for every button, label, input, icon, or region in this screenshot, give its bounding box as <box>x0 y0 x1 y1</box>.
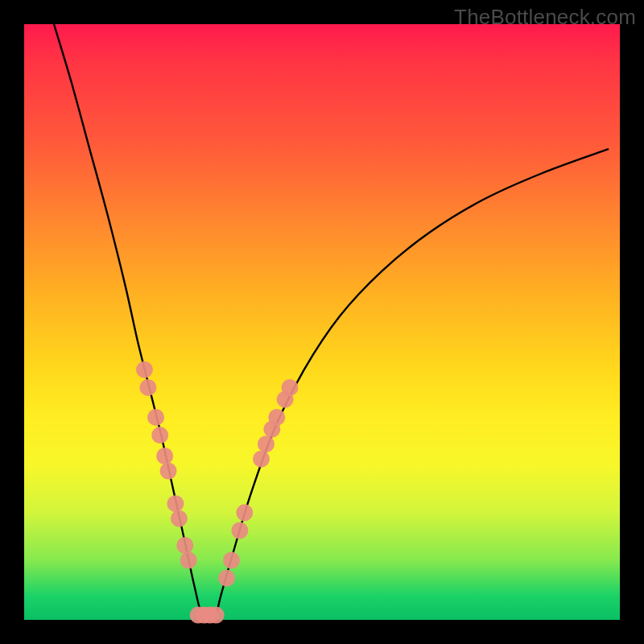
bottleneck-curve <box>54 24 608 622</box>
sample-point <box>167 495 184 512</box>
sample-point <box>208 607 225 624</box>
sample-point <box>268 409 285 426</box>
sample-point <box>136 361 153 378</box>
sample-point <box>171 510 188 527</box>
sample-point <box>253 451 270 468</box>
chart-overlay-svg <box>24 24 620 620</box>
sample-point <box>176 537 193 554</box>
sample-point <box>258 436 275 452</box>
sample-points-group <box>136 361 299 624</box>
sample-point <box>180 552 197 569</box>
sample-point <box>147 409 164 426</box>
watermark-text: TheBottleneck.com <box>454 5 636 30</box>
sample-point <box>151 427 168 444</box>
sample-point <box>156 448 173 464</box>
sample-point <box>139 379 156 396</box>
sample-point <box>160 463 177 480</box>
sample-point <box>218 570 235 587</box>
chart-frame: TheBottleneck.com <box>0 0 644 644</box>
sample-point <box>282 379 299 396</box>
sample-point <box>236 504 253 521</box>
sample-point <box>231 522 248 539</box>
sample-point <box>223 552 240 569</box>
